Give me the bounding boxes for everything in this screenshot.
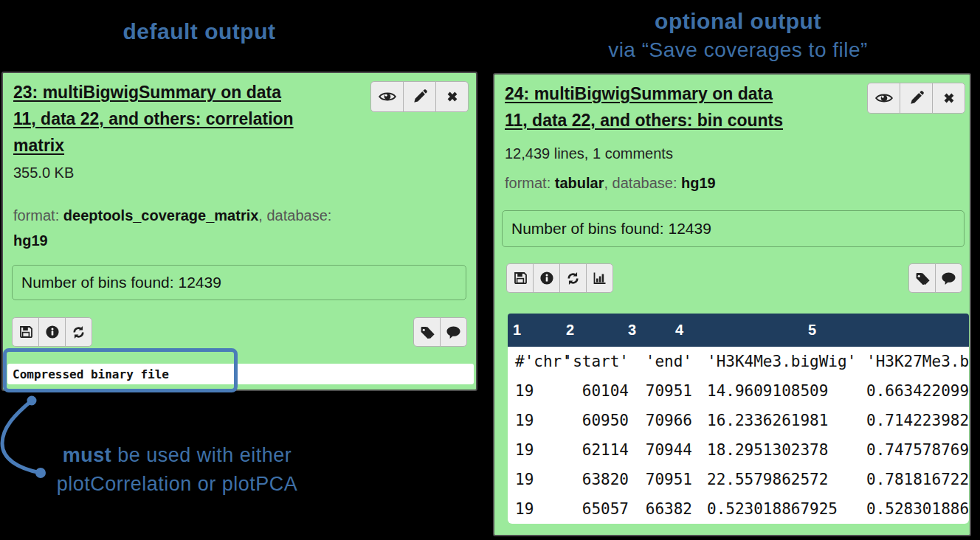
- peek-comment-row: #'chr' 'start' 'end' 'H3K4Me3.bigWig' 'H…: [508, 347, 969, 376]
- peek-cell: 0.781816722: [860, 465, 969, 494]
- eye-icon: [378, 90, 397, 103]
- info-icon: [45, 325, 60, 339]
- peek-column-header: 4: [675, 314, 683, 347]
- tags-button[interactable]: [413, 317, 441, 347]
- pencil-icon: [908, 90, 925, 106]
- peek-table-header-row: 1 2 3 4 5: [508, 314, 969, 347]
- peek-table-body: #'chr' 'start' 'end' 'H3K4Me3.bigWig' 'H…: [508, 347, 969, 524]
- dataset-23-tag-actions: [413, 317, 467, 347]
- dataset-23-info-message: Number of bins found: 12439: [12, 265, 466, 300]
- peek-cell: 63820: [561, 465, 629, 494]
- peek-cell: 'start': [561, 347, 629, 376]
- save-button[interactable]: [12, 317, 39, 347]
- tags-icon: [419, 325, 435, 340]
- dataset-24-primary-actions: [867, 83, 965, 114]
- peek-cell: 70951: [629, 465, 694, 494]
- peek-cell: 70944: [629, 435, 694, 465]
- dataset-24-title-line: 11, data 22, and others: bin counts: [505, 107, 874, 134]
- peek-cell: 18.2951302378: [694, 435, 860, 465]
- annotation-optional-output: optional output: [590, 9, 886, 34]
- rerun-button[interactable]: [559, 263, 587, 293]
- format-value: tabular: [555, 175, 604, 191]
- bar-chart-icon: [593, 271, 607, 285]
- peek-cell: 19: [508, 465, 561, 494]
- edit-button[interactable]: [403, 81, 436, 112]
- delete-button[interactable]: [932, 83, 965, 114]
- peek-data-row: 19 62114 70944 18.2951302378 0.747578769: [508, 435, 969, 465]
- delete-x-icon: [444, 89, 460, 105]
- dataset-23-title-line: 23: multiBigwigSummary on data: [13, 79, 368, 105]
- dataset-panel-24: 24: multiBigwigSummary on data 11, data …: [493, 73, 971, 536]
- save-icon: [513, 271, 528, 285]
- comment-icon: [446, 325, 461, 340]
- peek-cell: 16.2336261981: [694, 406, 860, 435]
- peek-data-row: 19 63820 70951 22.5579862572 0.781816722: [508, 465, 969, 494]
- peek-column-header: 3: [628, 314, 636, 347]
- visualize-button[interactable]: [586, 263, 613, 293]
- dataset-24-title-line: 24: multiBigwigSummary on data: [505, 80, 874, 107]
- dataset-panel-23: 23: multiBigwigSummary on data 11, data …: [1, 72, 477, 391]
- callout-bold-word: must: [63, 444, 112, 466]
- peek-data-row: 19 60950 70966 16.2336261981 0.714223982: [508, 406, 969, 435]
- info-icon: [539, 271, 554, 285]
- annotation-save-coverages: via “Save coverages to file”: [553, 38, 922, 62]
- peek-cell: 66382: [629, 494, 694, 524]
- dataset-24-format-line: format: tabular, database: hg19: [505, 175, 716, 192]
- format-value: deeptools_coverage_matrix: [63, 207, 259, 224]
- display-button[interactable]: [867, 83, 900, 114]
- display-button[interactable]: [370, 81, 404, 112]
- highlight-rectangle: [3, 348, 238, 392]
- peek-cell: 19: [508, 494, 561, 524]
- peek-column-header: 2: [566, 314, 574, 347]
- dataset-24-peek-table: 1 2 3 4 5 #'chr' 'start' 'end' 'H3K4Me3.…: [508, 314, 969, 524]
- peek-column-header: 1: [513, 314, 521, 347]
- peek-cell: 19: [508, 435, 561, 465]
- peek-cell: 'H3K4Me3.bigWig': [694, 347, 860, 376]
- save-icon: [18, 325, 33, 339]
- format-label: format:: [505, 175, 555, 191]
- peek-cell: 65057: [561, 494, 629, 524]
- dataset-23-title-line: matrix: [13, 132, 368, 159]
- peek-data-row: 19 65057 66382 0.523018867925 0.52830188…: [508, 494, 969, 524]
- annotate-button[interactable]: [440, 317, 467, 347]
- eye-icon: [874, 91, 894, 105]
- info-button[interactable]: [38, 317, 66, 347]
- database-value: hg19: [681, 175, 716, 191]
- peek-column-header: 5: [808, 314, 816, 347]
- dataset-23-secondary-actions: [12, 317, 92, 347]
- annotation-must-be-used: must be used with either plotCorrelation…: [30, 441, 325, 499]
- dataset-23-title[interactable]: 23: multiBigwigSummary on data 11, data …: [13, 79, 368, 159]
- peek-cell: 'H3K27Me3.b: [860, 347, 969, 376]
- peek-cell: 22.5579862572: [694, 465, 860, 494]
- delete-button[interactable]: [435, 81, 469, 112]
- refresh-icon: [565, 271, 581, 286]
- save-button[interactable]: [506, 263, 534, 293]
- annotate-button[interactable]: [935, 263, 962, 293]
- callout-line1-rest: be used with either: [111, 444, 291, 466]
- dataset-24-title[interactable]: 24: multiBigwigSummary on data 11, data …: [505, 80, 874, 134]
- tags-button[interactable]: [908, 263, 936, 293]
- delete-x-icon: [941, 90, 957, 106]
- dataset-24-stats: 12,439 lines, 1 comments: [505, 145, 673, 162]
- peek-cell: 'end': [629, 347, 694, 376]
- peek-cell: 19: [508, 376, 561, 406]
- dataset-23-title-line: 11, data 22, and others: correlation: [13, 105, 368, 132]
- comment-icon: [941, 271, 956, 286]
- peek-data-row: 19 60104 70951 14.9609108509 0.663422099: [508, 376, 969, 406]
- pencil-icon: [412, 89, 428, 105]
- rerun-button[interactable]: [65, 317, 92, 347]
- annotation-default-output: default output: [52, 19, 347, 44]
- peek-cell: 70951: [629, 376, 694, 406]
- database-label: , database:: [604, 175, 681, 191]
- peek-cell: 14.9609108509: [694, 376, 860, 406]
- database-label: , database:: [258, 207, 331, 224]
- dataset-24-tag-actions: [908, 263, 962, 293]
- dataset-23-size: 355.0 KB: [13, 165, 74, 181]
- info-button[interactable]: [533, 263, 560, 293]
- peek-cell: 19: [508, 406, 561, 435]
- edit-button[interactable]: [900, 83, 933, 114]
- peek-cell: #'chr': [508, 347, 561, 376]
- dataset-23-format-line: format: deeptools_coverage_matrix, datab…: [13, 203, 456, 253]
- refresh-icon: [71, 325, 86, 340]
- peek-cell: 0.747578769: [860, 435, 969, 465]
